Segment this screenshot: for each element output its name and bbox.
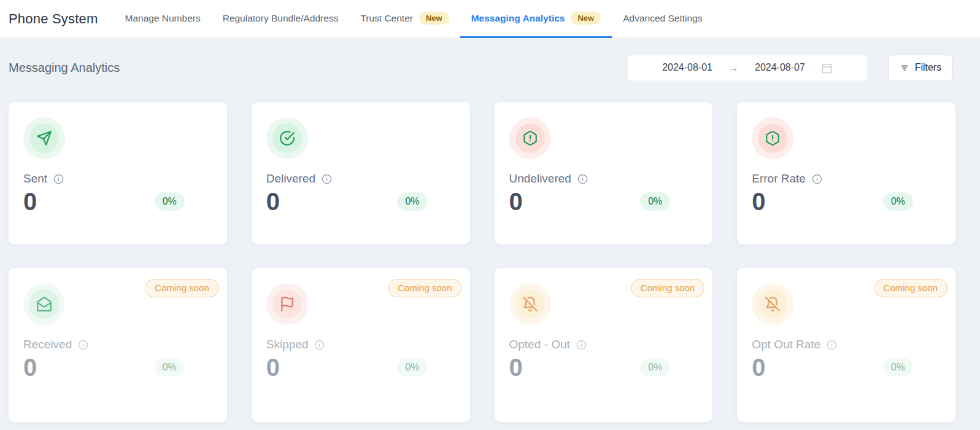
date-range-picker[interactable]: 2024-08-01 → 2024-08-07 bbox=[627, 55, 868, 81]
metric-percent-badge: 0% bbox=[883, 192, 913, 210]
metric-label: Sent bbox=[23, 172, 47, 186]
metric-value: 0 bbox=[266, 188, 280, 215]
tab-label: Trust Center bbox=[360, 13, 413, 24]
metric-percent-badge: 0% bbox=[640, 192, 670, 210]
alert-hexagon-icon bbox=[515, 123, 545, 153]
metric-percent-badge: 0% bbox=[640, 358, 670, 376]
metric-label: Undelivered bbox=[509, 172, 571, 186]
tab-manage-numbers[interactable]: Manage Numbers bbox=[114, 0, 211, 38]
metric-label: Error Rate bbox=[752, 172, 806, 186]
mail-open-icon bbox=[29, 289, 59, 319]
top-navigation-bar: Phone System Manage Numbers Regulatory B… bbox=[0, 0, 980, 38]
arrow-right-icon: → bbox=[728, 63, 739, 73]
new-badge: New bbox=[419, 12, 449, 25]
bell-off-icon bbox=[515, 289, 545, 319]
filter-icon bbox=[900, 63, 909, 72]
metric-card-opted-out: Coming soon Opted - Out 0 0% bbox=[495, 268, 713, 422]
metric-value: 0 bbox=[752, 354, 765, 381]
metric-label: Received bbox=[23, 338, 72, 351]
metric-percent-badge: 0% bbox=[397, 358, 427, 376]
coming-soon-badge: Coming soon bbox=[388, 279, 461, 297]
nav-tabs: Manage Numbers Regulatory Bundle/Address… bbox=[114, 0, 713, 37]
info-icon[interactable] bbox=[314, 340, 325, 350]
metric-percent-badge: 0% bbox=[155, 358, 185, 376]
metric-label: Opt Out Rate bbox=[752, 338, 820, 351]
metric-value: 0 bbox=[23, 354, 37, 381]
metric-percent-badge: 0% bbox=[155, 192, 185, 210]
alert-hexagon-icon bbox=[758, 123, 787, 153]
calendar-icon[interactable] bbox=[821, 62, 833, 74]
metric-value: 0 bbox=[23, 188, 37, 215]
new-badge: New bbox=[571, 12, 601, 25]
metric-label: Opted - Out bbox=[509, 338, 570, 351]
metric-card-delivered: Delivered 0 0% bbox=[252, 102, 470, 244]
flag-icon bbox=[272, 289, 302, 319]
bell-off-icon bbox=[758, 289, 787, 319]
info-icon[interactable] bbox=[576, 340, 587, 350]
filters-button[interactable]: Filters bbox=[888, 55, 953, 81]
metric-value: 0 bbox=[266, 354, 280, 381]
metrics-grid: Sent 0 0% Delivered 0 0% bbox=[9, 102, 955, 422]
info-icon[interactable] bbox=[322, 174, 332, 184]
metric-card-skipped: Coming soon Skipped 0 0% bbox=[252, 268, 470, 422]
app-title: Phone System bbox=[9, 0, 98, 37]
metric-label: Delivered bbox=[266, 172, 315, 186]
coming-soon-badge: Coming soon bbox=[631, 279, 704, 297]
send-icon bbox=[29, 123, 59, 153]
tab-advanced-settings[interactable]: Advanced Settings bbox=[612, 0, 713, 38]
date-start-value[interactable]: 2024-08-01 bbox=[662, 62, 712, 73]
tab-trust-center[interactable]: Trust Center New bbox=[349, 0, 460, 38]
info-icon[interactable] bbox=[53, 174, 64, 184]
info-icon[interactable] bbox=[827, 340, 837, 350]
info-icon[interactable] bbox=[78, 340, 88, 350]
info-icon[interactable] bbox=[577, 174, 588, 184]
coming-soon-badge: Coming soon bbox=[874, 279, 947, 297]
tab-regulatory-bundle-address[interactable]: Regulatory Bundle/Address bbox=[212, 0, 350, 38]
metric-card-opt-out-rate: Coming soon Opt Out Rate 0 0% bbox=[737, 268, 955, 422]
coming-soon-badge: Coming soon bbox=[145, 279, 218, 297]
metric-card-received: Coming soon Received 0 0% bbox=[9, 268, 227, 422]
tab-label: Messaging Analytics bbox=[471, 13, 565, 24]
metric-card-undelivered: Undelivered 0 0% bbox=[495, 102, 713, 244]
metric-value: 0 bbox=[509, 354, 523, 381]
metric-value: 0 bbox=[752, 188, 765, 215]
page-title: Messaging Analytics bbox=[9, 61, 120, 75]
metric-label: Skipped bbox=[266, 338, 309, 351]
check-circle-icon bbox=[272, 123, 302, 153]
date-end-value[interactable]: 2024-08-07 bbox=[755, 62, 805, 73]
page-toolbar: Messaging Analytics 2024-08-01 → 2024-08… bbox=[9, 54, 953, 81]
metric-percent-badge: 0% bbox=[397, 192, 427, 210]
metric-card-sent: Sent 0 0% bbox=[9, 102, 227, 244]
tab-messaging-analytics[interactable]: Messaging Analytics New bbox=[460, 0, 612, 38]
tab-label: Advanced Settings bbox=[623, 13, 702, 24]
metric-percent-badge: 0% bbox=[883, 358, 913, 376]
info-icon[interactable] bbox=[812, 174, 822, 184]
filters-label: Filters bbox=[915, 62, 942, 73]
metric-card-error-rate: Error Rate 0 0% bbox=[737, 102, 955, 244]
metric-value: 0 bbox=[509, 188, 523, 215]
tab-label: Manage Numbers bbox=[125, 13, 200, 24]
tab-label: Regulatory Bundle/Address bbox=[223, 13, 339, 24]
toolbar-controls: 2024-08-01 → 2024-08-07 Filters bbox=[627, 55, 953, 81]
